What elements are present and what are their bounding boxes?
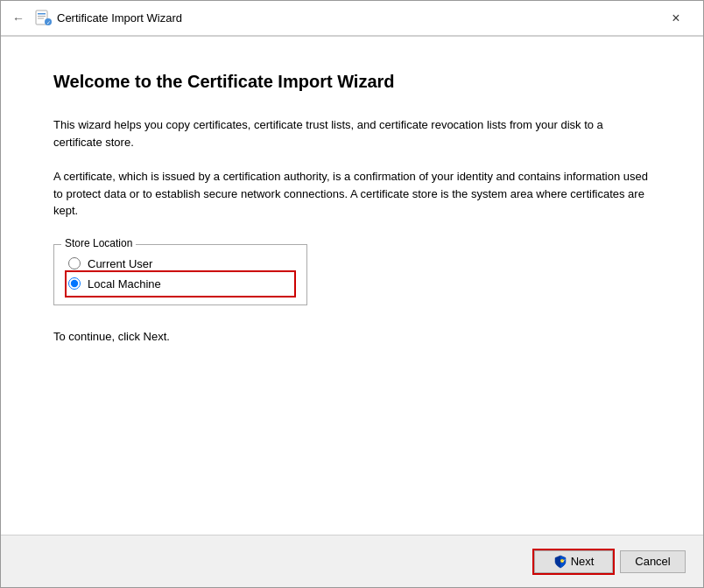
radio-current-user[interactable] — [68, 257, 81, 270]
wizard-content: Welcome to the Certificate Import Wizard… — [1, 37, 703, 535]
continue-text: To continue, click Next. — [53, 330, 651, 343]
current-user-label: Current User — [88, 257, 152, 270]
svg-rect-1 — [38, 13, 46, 15]
shield-icon — [553, 555, 567, 569]
wizard-icon: ✓ — [34, 10, 52, 27]
next-button[interactable]: Next — [534, 550, 613, 573]
paragraph-1: This wizard helps you copy certificates,… — [53, 116, 651, 150]
local-machine-label: Local Machine — [88, 277, 161, 290]
cancel-label: Cancel — [635, 555, 670, 568]
svg-text:✓: ✓ — [46, 20, 51, 25]
paragraph-2: A certificate, which is issued by a cert… — [53, 168, 651, 220]
footer: Next Cancel — [1, 535, 703, 587]
title-bar: ← ✓ Certificate Import Wizard × — [1, 1, 703, 36]
title-bar-left: ← ✓ Certificate Import Wizard — [8, 8, 656, 29]
svg-rect-2 — [38, 16, 46, 17]
svg-rect-3 — [38, 18, 44, 18]
next-label: Next — [571, 555, 595, 568]
radio-local-machine[interactable] — [68, 277, 81, 290]
window-title: Certificate Import Wizard — [57, 11, 182, 24]
wizard-window: ← ✓ Certificate Import Wizard × Welcome … — [0, 0, 704, 588]
store-location-legend: Store Location — [61, 237, 136, 249]
store-location-group: Store Location Current User Local Machin… — [53, 244, 307, 305]
cancel-button[interactable]: Cancel — [620, 550, 686, 573]
page-title: Welcome to the Certificate Import Wizard — [53, 72, 651, 92]
close-button[interactable]: × — [656, 5, 696, 32]
option-local-machine[interactable]: Local Machine — [68, 274, 292, 294]
option-current-user[interactable]: Current User — [68, 254, 292, 274]
back-button[interactable]: ← — [8, 8, 29, 29]
